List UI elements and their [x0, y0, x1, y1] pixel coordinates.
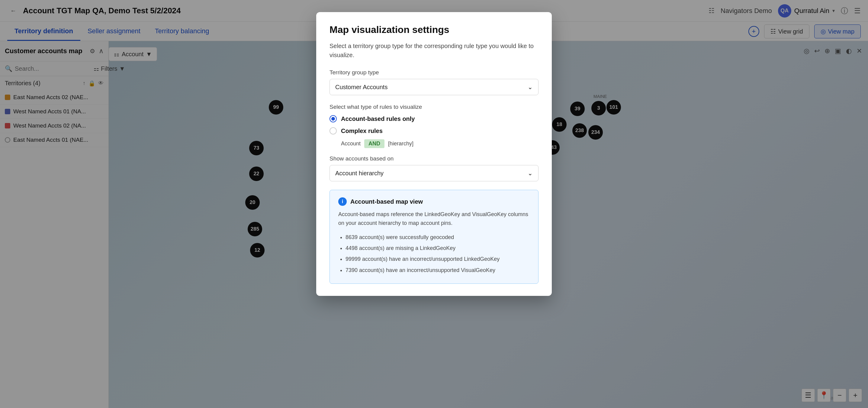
dropdown-chevron-icon: ⌄ [528, 170, 533, 177]
and-badge: AND [364, 139, 384, 148]
territory-group-dropdown[interactable]: Customer Accounts ⌄ [330, 79, 538, 95]
hierarchy-tag: [hierarchy] [388, 139, 413, 148]
map-visualization-settings-modal: Map visualization settings Select a terr… [316, 12, 552, 296]
complex-rules-label: Complex rules [341, 127, 383, 135]
list-item: 7390 account(s) have an incorrect/unsupp… [345, 265, 530, 275]
radio-inner [331, 117, 335, 121]
modal-title: Map visualization settings [330, 24, 538, 35]
complex-rule-row: Account AND [hierarchy] [341, 139, 538, 148]
rules-label: Select what type of rules to visualize [330, 104, 538, 110]
info-icon: i [338, 197, 347, 206]
info-box-header: i Account-based map view [338, 197, 530, 206]
list-item: 99999 account(s) have an incorrect/unsup… [345, 254, 530, 264]
show-accounts-label: Show accounts based on [330, 155, 538, 162]
info-box-body: Account-based maps reference the LinkedG… [338, 210, 530, 228]
show-accounts-value: Account hierarchy [335, 170, 383, 177]
modal-overlay: Map visualization settings Select a terr… [0, 0, 868, 408]
info-box-title: Account-based map view [350, 198, 423, 205]
account-based-radio[interactable]: Account-based rules only [330, 115, 538, 122]
list-item: 4498 account(s) are missing a LinkedGeoK… [345, 243, 530, 253]
radio-circle-unselected [330, 127, 337, 135]
modal-content: Map visualization settings Select a terr… [316, 12, 552, 296]
account-based-label: Account-based rules only [341, 115, 415, 122]
territory-group-value: Customer Accounts [335, 84, 388, 91]
dropdown-chevron-icon: ⌄ [528, 83, 533, 91]
territory-group-label: Territory group type [330, 69, 538, 76]
show-accounts-dropdown[interactable]: Account hierarchy ⌄ [330, 165, 538, 181]
list-item: 8639 account(s) were successfully geocod… [345, 232, 530, 242]
info-box-list: 8639 account(s) were successfully geocod… [338, 232, 530, 275]
radio-circle-selected [330, 115, 337, 122]
info-box: i Account-based map view Account-based m… [330, 190, 538, 284]
complex-rules-radio[interactable]: Complex rules [330, 127, 538, 135]
account-tag: Account [341, 139, 361, 148]
modal-subtitle: Select a territory group type for the co… [330, 41, 538, 60]
